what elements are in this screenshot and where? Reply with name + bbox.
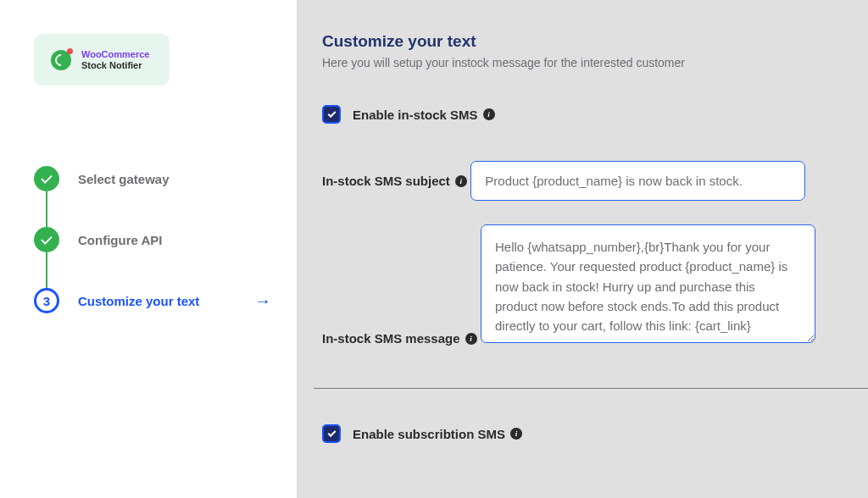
message-label: In-stock SMS message i: [322, 331, 477, 346]
step-number-icon: 3: [34, 288, 59, 313]
label-text: Enable in-stock SMS: [353, 108, 478, 122]
enable-subscription-checkbox[interactable]: [322, 424, 341, 443]
label-text: Enable subscribtion SMS: [353, 427, 505, 441]
page-subtitle: Here you will setup your instock message…: [322, 56, 843, 69]
step-label: Configure API: [78, 233, 162, 247]
logo-brand: WooCommerce: [81, 49, 149, 60]
step-customize-text[interactable]: 3 Customize your text →: [34, 288, 271, 313]
step-select-gateway[interactable]: Select gateway: [34, 166, 271, 191]
info-icon[interactable]: i: [510, 428, 522, 440]
enable-subscription-label: Enable subscribtion SMS i: [353, 427, 522, 441]
notify-icon: [51, 50, 71, 70]
step-label: Select gateway: [78, 172, 170, 186]
checkmark-circle-icon: [34, 166, 59, 191]
message-field-group: In-stock SMS message i: [322, 224, 843, 356]
subject-field-group: In-stock SMS subject i: [322, 161, 843, 201]
info-icon[interactable]: i: [483, 108, 495, 120]
step-connector: [46, 252, 47, 288]
step-label: Customize your text: [78, 294, 199, 308]
main-content: Customize your text Here you will setup …: [297, 0, 868, 498]
step-connector: [46, 191, 47, 227]
wizard-steps: Select gateway Configure API 3 Customize…: [34, 166, 271, 313]
info-icon[interactable]: i: [455, 175, 467, 187]
label-text: In-stock SMS subject: [322, 174, 450, 188]
plugin-logo-box: WooCommerce Stock Notifier: [34, 34, 170, 86]
subject-label: In-stock SMS subject i: [322, 174, 467, 188]
step-configure-api[interactable]: Configure API: [34, 227, 271, 252]
label-text: In-stock SMS message: [322, 331, 460, 346]
logo-text: WooCommerce Stock Notifier: [81, 49, 149, 70]
arrow-right-icon: →: [254, 291, 271, 311]
enable-subscription-row: Enable subscribtion SMS i: [322, 424, 843, 443]
enable-instock-label: Enable in-stock SMS i: [353, 108, 495, 122]
sidebar: WooCommerce Stock Notifier Select gatewa…: [0, 0, 297, 498]
section-divider: [314, 388, 868, 389]
info-icon[interactable]: i: [465, 333, 477, 345]
page-title: Customize your text: [322, 32, 843, 51]
enable-instock-row: Enable in-stock SMS i: [322, 105, 843, 124]
instock-message-textarea[interactable]: [481, 224, 815, 343]
checkmark-circle-icon: [34, 227, 59, 252]
instock-subject-input[interactable]: [470, 161, 805, 201]
enable-instock-checkbox[interactable]: [322, 105, 341, 124]
logo-subtitle: Stock Notifier: [81, 60, 149, 71]
